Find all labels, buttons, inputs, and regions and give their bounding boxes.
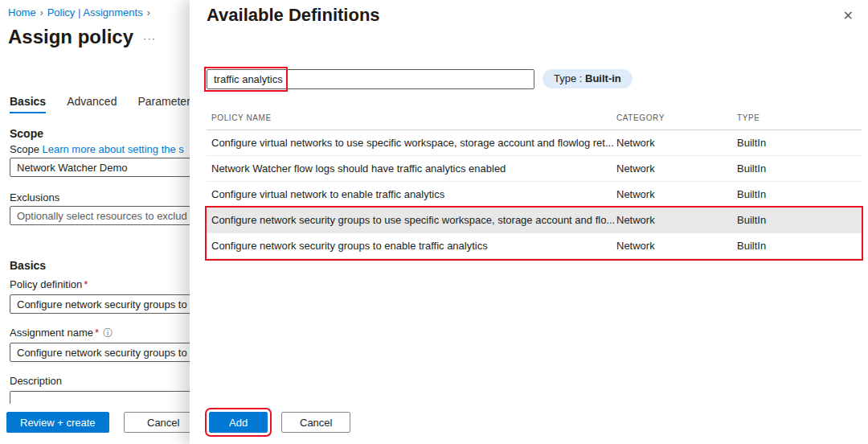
category-cell: Network [616, 137, 737, 149]
type-cell: BuiltIn [737, 214, 862, 226]
info-icon[interactable]: ⓘ [103, 327, 113, 339]
scope-label-text: Scope [10, 143, 39, 155]
highlighted-rows-callout: Configure network security groups to use… [207, 208, 862, 259]
policy-name-cell: Configure network security groups to use… [211, 214, 616, 226]
policy-name-cell: Network Watcher flow logs should have tr… [211, 162, 616, 175]
table-header-row: POLICY NAME CATEGORY TYPE [207, 106, 862, 130]
policy-name-cell: Configure network security groups to ena… [211, 240, 616, 252]
scope-section-heading: Scope [10, 127, 43, 140]
tab-basics[interactable]: Basics [10, 95, 46, 113]
scope-field-label: Scope Learn more about setting the s [10, 143, 184, 155]
column-header-category: CATEGORY [616, 113, 737, 122]
table-row[interactable]: Configure network security groups to ena… [207, 233, 862, 259]
type-cell: BuiltIn [737, 162, 862, 175]
column-header-type: TYPE [737, 113, 862, 122]
table-row[interactable]: Configure virtual networks to use specif… [207, 130, 862, 156]
breadcrumb-home-link[interactable]: Home [8, 6, 36, 18]
add-button[interactable]: Add [209, 412, 268, 433]
panel-cancel-button[interactable]: Cancel [281, 412, 350, 433]
category-cell: Network [616, 188, 737, 200]
category-cell: Network [616, 162, 737, 175]
basics-section-heading: Basics [10, 259, 46, 272]
type-filter-value: Built-in [585, 72, 621, 84]
scope-learn-more-link[interactable]: Learn more about setting the s [43, 143, 184, 155]
table-row[interactable]: Network Watcher flow logs should have tr… [207, 156, 862, 182]
type-cell: BuiltIn [737, 188, 862, 200]
tab-advanced[interactable]: Advanced [67, 95, 117, 113]
breadcrumb: Home›Policy | Assignments› [8, 6, 154, 18]
policy-name-cell: Configure virtual networks to use specif… [211, 137, 616, 149]
pivot-tabs: Basics Advanced Parameters [10, 95, 196, 113]
breadcrumb-policy-assignments-link[interactable]: Policy | Assignments [47, 6, 143, 18]
type-cell: BuiltIn [737, 240, 862, 252]
review-create-button[interactable]: Review + create [6, 412, 109, 433]
exclusions-label: Exclusions [10, 191, 59, 204]
table-row-selected[interactable]: Configure network security groups to use… [207, 208, 862, 233]
page-title: Assign policy··· [8, 26, 156, 48]
type-cell: BuiltIn [737, 137, 862, 149]
policy-definition-label-text: Policy definition [10, 278, 82, 290]
description-label: Description [10, 375, 62, 387]
policy-name-cell: Configure virtual network to enable traf… [211, 188, 616, 200]
panel-title: Available Definitions [207, 5, 380, 26]
table-row[interactable]: Configure virtual network to enable traf… [207, 182, 862, 208]
policy-definition-label: Policy definition* [10, 278, 88, 290]
page-title-text: Assign policy [8, 26, 133, 47]
required-asterisk: * [84, 278, 88, 290]
more-options-icon[interactable]: ··· [143, 32, 156, 44]
tab-parameters[interactable]: Parameters [137, 95, 195, 113]
column-header-policy-name: POLICY NAME [211, 113, 616, 122]
chevron-right-icon: › [147, 7, 150, 18]
available-definitions-panel: Available Definitions ✕ Type : Built-in … [190, 0, 868, 444]
definition-search [207, 69, 534, 89]
category-cell: Network [616, 240, 737, 252]
required-asterisk: * [95, 327, 99, 339]
definition-search-input[interactable] [207, 69, 534, 89]
type-filter-pill[interactable]: Type : Built-in [542, 69, 633, 88]
category-cell: Network [616, 214, 737, 226]
type-filter-prefix: Type : [554, 72, 585, 84]
chevron-right-icon: › [40, 7, 43, 18]
close-icon[interactable]: ✕ [843, 8, 854, 23]
assignment-name-label: Assignment name*ⓘ [10, 327, 113, 340]
definitions-table: POLICY NAME CATEGORY TYPE Configure virt… [207, 106, 862, 259]
assignment-name-label-text: Assignment name [10, 327, 93, 339]
